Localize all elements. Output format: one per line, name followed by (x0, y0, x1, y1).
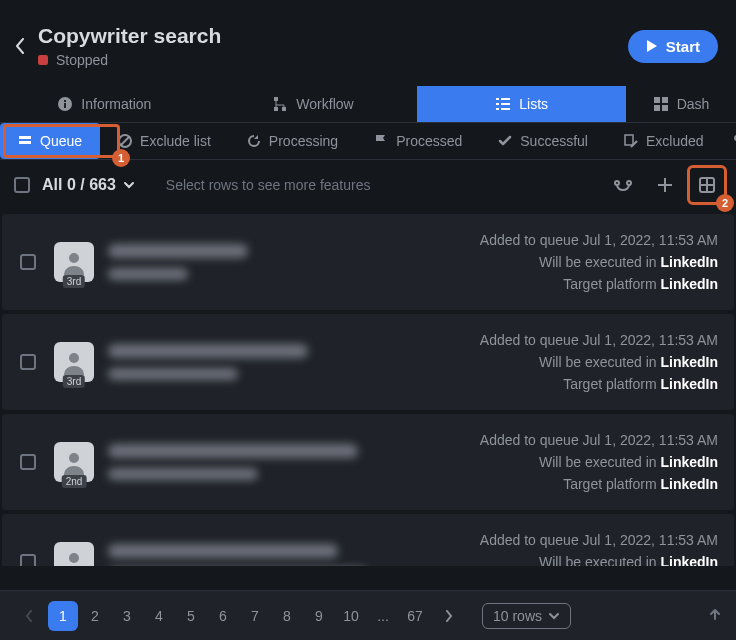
svg-rect-9 (501, 98, 510, 100)
exec-platform: Will be executed in LinkedIn (539, 354, 718, 370)
workflow-icon (272, 96, 288, 112)
face-view-button[interactable] (608, 170, 638, 200)
avatar[interactable]: 3rd (54, 342, 94, 382)
page-number-button[interactable]: 1 (48, 601, 78, 631)
sub-tab-queue[interactable]: Queue (0, 123, 100, 159)
person-icon (61, 449, 87, 475)
svg-point-24 (615, 181, 619, 185)
back-button[interactable] (8, 34, 32, 58)
svg-rect-2 (64, 100, 66, 102)
target-platform: Target platform LinkedIn (563, 276, 718, 292)
tab-workflow[interactable]: Workflow (209, 86, 418, 122)
avatar[interactable]: 3rd (54, 542, 94, 566)
page-number-button[interactable]: 3 (112, 601, 142, 631)
svg-point-34 (69, 553, 79, 563)
avatar-wrap: 3rd (54, 514, 100, 566)
page-number-button[interactable]: 6 (208, 601, 238, 631)
added-timestamp: Added to queue Jul 1, 2022, 11:53 AM (480, 532, 718, 548)
tab-label: Information (81, 96, 151, 112)
svg-point-32 (69, 353, 79, 363)
sub-tab-processed[interactable]: Processed (356, 123, 480, 159)
svg-point-31 (69, 253, 79, 263)
svg-rect-11 (501, 108, 510, 110)
tab-information[interactable]: Information (0, 86, 209, 122)
svg-rect-3 (274, 97, 278, 101)
queue-rows: 3rdAdded to queue Jul 1, 2022, 11:53 AMW… (0, 210, 736, 566)
connection-degree: 2nd (62, 475, 87, 488)
added-timestamp: Added to queue Jul 1, 2022, 11:53 AM (480, 432, 718, 448)
avatar[interactable]: 2nd (54, 442, 94, 482)
exec-platform: Will be executed in LinkedIn (539, 454, 718, 470)
status-text: Stopped (56, 52, 108, 68)
rows-per-page-label: 10 rows (493, 608, 542, 624)
start-button[interactable]: Start (628, 30, 718, 63)
page-title: Copywriter search (38, 24, 628, 48)
row-meta: Added to queue Jul 1, 2022, 11:53 AMWill… (370, 414, 734, 510)
select-all-checkbox[interactable] (14, 177, 30, 193)
page-number-button[interactable]: 5 (176, 601, 206, 631)
selection-dropdown[interactable]: All 0 / 663 (42, 176, 136, 194)
flag-icon (374, 134, 388, 148)
page-prev-button[interactable] (14, 601, 44, 631)
sub-tab-processing[interactable]: Processing (229, 123, 356, 159)
sub-tab-label: Exclude list (140, 133, 211, 149)
chevron-right-icon (445, 610, 453, 622)
svg-rect-1 (64, 103, 66, 108)
scroll-top-button[interactable] (708, 607, 722, 624)
avatar[interactable]: 3rd (54, 242, 94, 282)
page-number-button[interactable]: 10 (336, 601, 366, 631)
list-item[interactable]: 2ndAdded to queue Jul 1, 2022, 11:53 AMW… (2, 414, 734, 510)
tab-lists[interactable]: Lists (417, 86, 626, 122)
sub-tab-successful[interactable]: Successful (480, 123, 606, 159)
page-number-button[interactable]: 9 (304, 601, 334, 631)
sub-tab-more[interactable] (722, 123, 736, 159)
columns-button[interactable]: 2 (692, 170, 722, 200)
connection-degree: 3rd (63, 375, 85, 388)
selection-toolbar: All 0 / 663 Select rows to see more feat… (0, 160, 736, 210)
svg-rect-7 (496, 103, 499, 105)
arrow-up-icon (708, 607, 722, 621)
row-meta: Added to queue Jul 1, 2022, 11:53 AMWill… (370, 214, 734, 310)
added-timestamp: Added to queue Jul 1, 2022, 11:53 AM (480, 332, 718, 348)
page-header: Copywriter search Stopped Start (0, 0, 736, 86)
page-number-button[interactable]: 4 (144, 601, 174, 631)
svg-rect-8 (496, 108, 499, 110)
svg-rect-5 (274, 107, 278, 111)
tab-dashboard[interactable]: Dash (626, 86, 736, 122)
status-indicator-icon (38, 55, 48, 65)
page-number-button[interactable]: 7 (240, 601, 270, 631)
chevron-down-icon (122, 178, 136, 192)
person-icon (61, 549, 87, 566)
list-item[interactable]: 3rdAdded to queue Jul 1, 2022, 11:53 AMW… (2, 314, 734, 410)
list-icon (495, 96, 511, 112)
svg-line-19 (121, 137, 129, 145)
row-checkbox[interactable] (20, 554, 36, 566)
svg-rect-12 (654, 97, 660, 103)
row-checkbox[interactable] (20, 254, 36, 270)
list-item[interactable]: 3rdAdded to queue Jul 1, 2022, 11:53 AMW… (2, 214, 734, 310)
page-next-button[interactable] (434, 601, 464, 631)
start-button-label: Start (666, 38, 700, 55)
row-checkbox[interactable] (20, 454, 36, 470)
refresh-icon (247, 134, 261, 148)
row-checkbox[interactable] (20, 354, 36, 370)
sub-tab-excluded[interactable]: Excluded (606, 123, 722, 159)
exec-platform: Will be executed in LinkedIn (539, 254, 718, 270)
excluded-icon (624, 134, 638, 148)
list-item[interactable]: 3rdAdded to queue Jul 1, 2022, 11:53 AMW… (2, 514, 734, 566)
svg-rect-17 (19, 141, 31, 144)
page-number-button[interactable]: 67 (400, 601, 430, 631)
svg-rect-13 (662, 97, 668, 103)
profile-redacted (100, 414, 370, 510)
rows-per-page-select[interactable]: 10 rows (482, 603, 571, 629)
avatar-wrap: 2nd (54, 414, 100, 510)
check-icon (498, 134, 512, 148)
row-checkbox-wrap (2, 214, 54, 310)
face-icon (613, 177, 633, 193)
svg-rect-6 (496, 98, 499, 100)
page-number-button[interactable]: 2 (80, 601, 110, 631)
tab-label: Dash (677, 96, 710, 112)
title-block: Copywriter search Stopped (38, 24, 628, 68)
page-number-button[interactable]: 8 (272, 601, 302, 631)
add-button[interactable] (650, 170, 680, 200)
